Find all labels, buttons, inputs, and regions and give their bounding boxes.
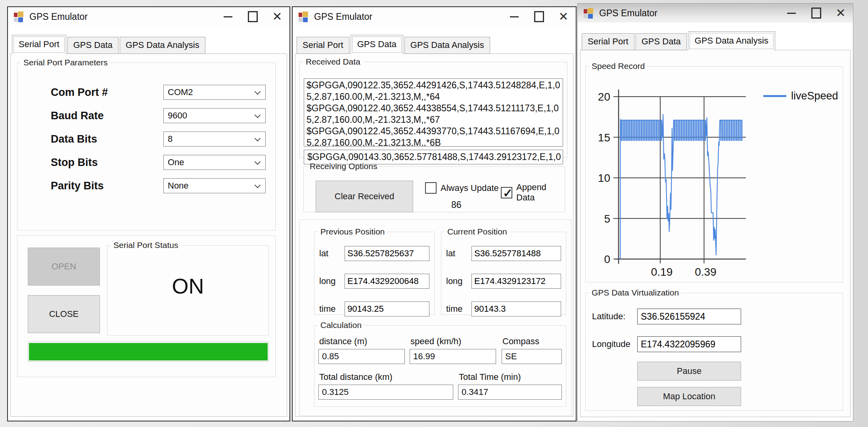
compass-field[interactable]: [502, 349, 562, 364]
always-update-label: Always Update: [441, 183, 499, 193]
current-time-field[interactable]: [471, 301, 561, 316]
baud-rate-select[interactable]: 9600: [163, 108, 266, 123]
com-port-label: Com Port #: [51, 86, 108, 99]
tab-strip: Serial Port GPS Data GPS Data Analysis: [12, 36, 207, 54]
current-long-field[interactable]: [471, 274, 561, 289]
append-data-label: Append Data: [516, 182, 565, 203]
maximize-icon[interactable]: [527, 7, 551, 26]
distance-field[interactable]: [318, 349, 405, 364]
previous-time-field[interactable]: [345, 301, 429, 316]
latitude-field[interactable]: [637, 309, 741, 324]
parity-bits-select[interactable]: None: [163, 178, 266, 193]
window-gps-data: GPS Emulator Serial Port GPS Data GPS Da…: [292, 6, 577, 421]
current-lat-field[interactable]: [471, 246, 561, 261]
window-title: GPS Emulator: [29, 11, 88, 22]
svg-text:20: 20: [598, 91, 610, 103]
stop-bits-select[interactable]: One: [163, 155, 266, 170]
time-label: time: [446, 304, 471, 314]
long-label: long: [319, 276, 345, 286]
tab-page-gps-data: Received Data $GPGGA,090122.35,3652.4429…: [295, 53, 573, 417]
svg-text:0: 0: [604, 253, 610, 265]
tab-gps-data-analysis[interactable]: GPS Data Analysis: [688, 31, 775, 51]
tab-gps-data[interactable]: GPS Data: [67, 37, 119, 54]
close-button[interactable]: CLOSE: [28, 295, 100, 333]
titlebar: GPS Emulator: [578, 4, 853, 23]
desktop: GPS Emulator Serial Port GPS Data GPS Da…: [0, 0, 868, 427]
received-data-log[interactable]: $GPGGA,090122.35,3652.44291426,S,17443.5…: [304, 78, 563, 147]
window-title: GPS Emulator: [314, 11, 372, 22]
append-data-checkbox[interactable]: Append Data: [501, 182, 565, 203]
total-distance-field[interactable]: [318, 385, 453, 400]
serial-port-parameters-group: Serial Port Parameters Com Port # COM2 B…: [17, 58, 276, 231]
com-port-select[interactable]: COM2: [163, 85, 266, 100]
pause-button[interactable]: Pause: [637, 362, 741, 381]
group-label: Serial Port Status: [111, 240, 180, 250]
tab-gps-data[interactable]: GPS Data: [636, 33, 687, 50]
group-label: Received Data: [303, 57, 363, 67]
titlebar: GPS Emulator: [293, 7, 576, 26]
lat-label: lat: [446, 248, 471, 259]
svg-text:10: 10: [598, 172, 610, 184]
speed-field[interactable]: [410, 349, 496, 364]
tab-gps-data-analysis[interactable]: GPS Data Analysis: [404, 37, 490, 54]
svg-text:5: 5: [604, 213, 610, 225]
latitude-label: Latitude:: [592, 311, 637, 322]
maximize-icon[interactable]: [804, 4, 828, 23]
group-label: GPS Data Virtualization: [589, 288, 681, 297]
tab-gps-data-analysis[interactable]: GPS Data Analysis: [120, 37, 205, 54]
maximize-icon[interactable]: [240, 7, 265, 26]
stop-bits-label: Stop Bits: [51, 156, 98, 169]
close-icon[interactable]: [828, 4, 853, 23]
minimize-icon[interactable]: [502, 7, 527, 26]
close-icon[interactable]: [551, 7, 576, 26]
chevron-down-icon: [255, 135, 261, 142]
open-button[interactable]: OPEN: [28, 248, 100, 286]
longitude-field[interactable]: [637, 336, 741, 352]
positions-group: Previous Position lat long time: [299, 219, 571, 416]
clear-received-button[interactable]: Clear Received: [316, 181, 413, 212]
checkbox-icon[interactable]: [425, 182, 437, 194]
app-icon: [583, 8, 594, 19]
parity-bits-label: Parity Bits: [51, 180, 104, 192]
svg-text:0.19: 0.19: [651, 266, 673, 278]
checkbox-icon[interactable]: [501, 187, 512, 198]
received-count: 86: [451, 200, 462, 210]
receiving-options-group: Receiving Options Clear Received Always …: [303, 162, 565, 212]
total-time-field[interactable]: [458, 385, 562, 400]
always-update-checkbox[interactable]: Always Update: [425, 182, 499, 194]
previous-long-field[interactable]: [345, 274, 429, 289]
time-label: time: [319, 304, 345, 314]
tab-serial-port[interactable]: Serial Port: [582, 33, 634, 50]
speed-record-group: Speed Record 051015200.190.39 liveSpeed: [585, 61, 843, 282]
tab-strip: Serial Port GPS Data GPS Data Analysis: [582, 33, 776, 50]
window-serial-port: GPS Emulator Serial Port GPS Data GPS Da…: [7, 6, 290, 421]
total-time-label: Total Time (min): [459, 372, 521, 382]
window-title: GPS Emulator: [599, 8, 657, 19]
map-location-button[interactable]: Map Location: [637, 387, 741, 406]
status-value: ON: [107, 250, 268, 322]
legend-label: liveSpeed: [791, 90, 838, 102]
total-distance-label: Total distance (km): [319, 372, 393, 382]
speed-chart: 051015200.190.39 liveSpeed: [586, 71, 843, 282]
gps-data-virtualization-group: GPS Data Virtualization Latitude: Longit…: [585, 288, 843, 411]
window-gps-data-analysis: GPS Emulator Serial Port GPS Data GPS Da…: [577, 3, 853, 421]
progress-fill: [29, 343, 268, 360]
chevron-down-icon: [255, 159, 261, 165]
calculation-group: Calculation distance (m) speed (km/h) Co…: [314, 320, 566, 407]
app-icon: [13, 11, 24, 22]
group-label: Calculation: [318, 320, 364, 330]
tab-gps-data[interactable]: GPS Data: [351, 35, 403, 54]
compass-label: Compass: [502, 336, 539, 347]
previous-lat-field[interactable]: [345, 246, 429, 261]
minimize-icon[interactable]: [779, 4, 804, 23]
group-label: Speed Record: [589, 61, 647, 71]
longitude-label: Longitude: [592, 339, 637, 349]
tab-serial-port[interactable]: Serial Port: [297, 37, 349, 54]
data-bits-select[interactable]: 8: [163, 132, 266, 147]
close-icon[interactable]: [265, 7, 289, 26]
minimize-icon[interactable]: [216, 7, 240, 26]
group-label: Receiving Options: [307, 162, 379, 171]
app-icon: [298, 11, 309, 22]
tab-serial-port[interactable]: Serial Port: [12, 35, 66, 54]
svg-text:0.39: 0.39: [695, 266, 717, 278]
